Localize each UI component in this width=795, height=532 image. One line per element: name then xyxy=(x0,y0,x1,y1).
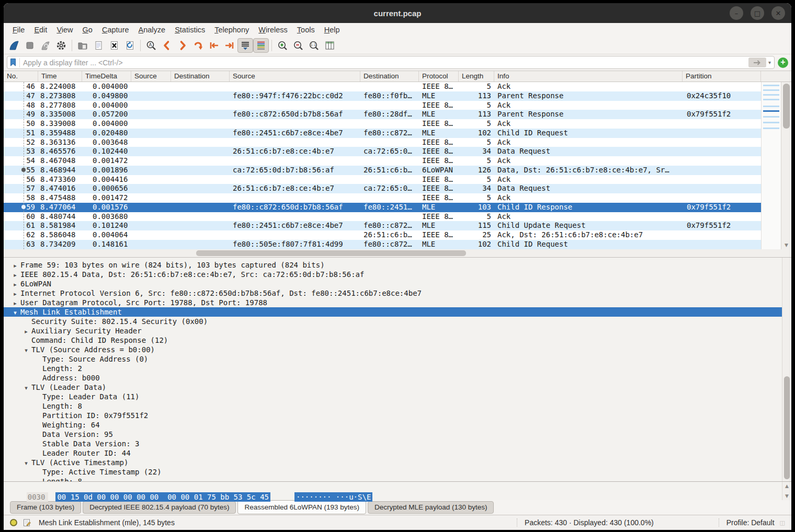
find-packet-icon[interactable]: A xyxy=(143,38,159,53)
menu-tools[interactable]: Tools xyxy=(292,24,320,36)
detail-line[interactable]: ▾TLV (Active Timestamp) xyxy=(4,458,791,467)
menu-capture[interactable]: Capture xyxy=(97,24,134,36)
detail-line[interactable]: ▸6LoWPAN xyxy=(4,279,791,288)
hex-ascii-selected[interactable]: ········ ···u·S\E xyxy=(294,492,372,502)
stop-capture-icon[interactable] xyxy=(22,38,38,53)
go-last-icon[interactable] xyxy=(222,38,237,53)
expanded-arrow-icon[interactable]: ▾ xyxy=(21,459,31,468)
expanded-arrow-icon[interactable]: ▾ xyxy=(10,308,20,318)
hex-bytes-selected[interactable]: 00 15 0d 00 00 00 00 00 00 00 01 75 bb 5… xyxy=(55,492,270,502)
scroll-down-icon[interactable]: ▼ xyxy=(781,242,791,248)
packet-row-55[interactable]: 558.4689440.001896ca:72:65:0d:b7:b8:56:a… xyxy=(4,166,791,175)
packet-row-58[interactable]: 588.4754880.001472IEEE 8…5Ack xyxy=(4,193,791,203)
detail-line[interactable]: Type: Active Timestamp (22) xyxy=(4,467,791,477)
restart-capture-icon[interactable] xyxy=(38,38,53,53)
column-header-partition[interactable]: Partition xyxy=(683,71,761,82)
column-header-dst2[interactable]: Destination xyxy=(360,71,419,82)
packet-list-hscrollbar[interactable] xyxy=(4,249,791,258)
detail-line[interactable]: Type: Source Address (0) xyxy=(4,354,791,364)
expanded-arrow-icon[interactable]: ▾ xyxy=(21,384,31,393)
profile-label[interactable]: Profile: Default xyxy=(726,518,775,527)
detail-line[interactable]: ▸Internet Protocol Version 6, Src: fe80:… xyxy=(4,288,791,298)
menu-help[interactable]: Help xyxy=(320,24,345,36)
detail-line[interactable]: Length: 2 xyxy=(4,364,791,373)
packet-row-61[interactable]: 618.5819840.101240fe80::2451:c6b7:e8ce:4… xyxy=(4,221,791,230)
zoom-original-icon[interactable]: 1:1 xyxy=(306,38,322,53)
packet-row-52[interactable]: 528.3631360.003648IEEE 8…5Ack xyxy=(4,138,791,147)
packet-row-56[interactable]: 568.4733600.004416IEEE 8…5Ack xyxy=(4,175,791,184)
filter-dropdown-icon[interactable]: ▾ xyxy=(768,60,771,65)
packet-row-46[interactable]: 468.2240080.004000IEEE 8…5Ack xyxy=(4,82,791,91)
detail-line[interactable]: Length: 8 xyxy=(4,477,791,481)
detail-line[interactable]: ▸Auxiliary Security Header xyxy=(4,326,791,336)
detail-line[interactable]: Address: b000 xyxy=(4,373,791,383)
packet-list-vscrollbar[interactable]: ▲ ▼ xyxy=(781,82,791,249)
byte-tab[interactable]: Decrypted MLE payload (130 bytes) xyxy=(368,501,494,514)
detail-line[interactable]: Partition ID: 0x79f551f2 xyxy=(4,411,791,420)
column-header-time[interactable]: Time xyxy=(38,71,82,82)
capture-comment-icon[interactable] xyxy=(22,518,31,527)
capture-status-icon[interactable] xyxy=(10,519,17,526)
detail-line[interactable]: Security Suite: 802.15.4 Security (0x00) xyxy=(4,317,791,326)
packet-row-54[interactable]: 548.4670480.001472IEEE 8…5Ack xyxy=(4,156,791,166)
save-file-icon[interactable] xyxy=(90,38,106,53)
go-first-icon[interactable] xyxy=(206,38,222,53)
auto-scroll-icon[interactable] xyxy=(237,38,253,53)
detail-line[interactable]: ▸IEEE 802.15.4 Data, Dst: 26:51:c6:b7:e8… xyxy=(4,270,791,279)
column-header-delta[interactable]: TimeDelta xyxy=(82,71,131,82)
intelligent-scrollbar-map[interactable] xyxy=(761,82,781,249)
detail-vscroll-thumb[interactable] xyxy=(784,376,790,479)
scroll-up-icon[interactable]: ▲ xyxy=(782,483,791,489)
detail-line[interactable]: Leader Router ID: 44 xyxy=(4,448,791,458)
display-filter-input[interactable]: Apply a display filter ... <Ctrl-/> ▾ xyxy=(7,56,775,69)
packet-row-57[interactable]: 578.4740160.00065626:51:c6:b7:e8:ce:4b:e… xyxy=(4,184,791,193)
reload-file-icon[interactable] xyxy=(122,38,138,53)
column-header-protocol[interactable]: Protocol xyxy=(419,71,459,82)
go-to-packet-icon[interactable] xyxy=(190,38,206,53)
menu-go[interactable]: Go xyxy=(78,24,97,36)
detail-vscrollbar[interactable] xyxy=(782,258,791,481)
column-header-info[interactable]: Info xyxy=(494,71,683,82)
scroll-down-icon[interactable]: ▼ xyxy=(782,493,791,499)
byte-tab[interactable]: Reassembled 6LoWPAN (193 bytes) xyxy=(237,500,366,514)
packet-row-63[interactable]: 638.7342090.148161fe80::505e:f807:7f81:4… xyxy=(4,240,791,249)
start-capture-icon[interactable] xyxy=(6,38,22,53)
packet-list-vscroll-thumb[interactable] xyxy=(783,84,790,129)
menu-file[interactable]: File xyxy=(8,24,29,36)
detail-line[interactable]: Data Version: 95 xyxy=(4,430,791,439)
packet-row-50[interactable]: 508.3390080.004000IEEE 8…5Ack xyxy=(4,119,791,129)
resize-columns-icon[interactable] xyxy=(322,38,337,53)
close-file-icon[interactable] xyxy=(106,38,122,53)
packet-row-48[interactable]: 488.2778080.004000IEEE 8…5Ack xyxy=(4,101,791,110)
detail-line[interactable]: ▾Mesh Link Establishment xyxy=(4,307,791,317)
menu-analyze[interactable]: Analyze xyxy=(134,24,171,36)
expanded-arrow-icon[interactable]: ▾ xyxy=(21,346,31,355)
filter-bookmark-icon[interactable] xyxy=(9,58,17,67)
packet-row-59[interactable]: 598.4770640.001576fe80::c872:650d:b7b8:5… xyxy=(4,203,791,212)
add-filter-button-icon[interactable]: + xyxy=(778,57,788,68)
colorize-icon[interactable] xyxy=(253,38,269,53)
detail-line[interactable]: Length: 8 xyxy=(4,401,791,411)
packet-row-53[interactable]: 538.4655760.10244026:51:c6:b7:e8:ce:4b:e… xyxy=(4,147,791,156)
detail-line[interactable]: Command: Child ID Response (12) xyxy=(4,336,791,345)
menu-statistics[interactable]: Statistics xyxy=(170,24,210,36)
detail-line[interactable]: Stable Data Version: 3 xyxy=(4,439,791,448)
menu-edit[interactable]: Edit xyxy=(29,24,52,36)
column-header-src1[interactable]: Source xyxy=(131,71,171,82)
go-forward-icon[interactable] xyxy=(175,38,190,53)
detail-line[interactable]: ▸Frame 59: 103 bytes on wire (824 bits),… xyxy=(4,260,791,270)
zoom-out-icon[interactable] xyxy=(290,38,306,53)
menu-view[interactable]: View xyxy=(52,24,77,36)
detail-line[interactable]: ▾TLV (Source Address = b0:00) xyxy=(4,345,791,354)
column-header-src2[interactable]: Source xyxy=(230,71,360,82)
packet-list-hscroll-thumb[interactable] xyxy=(196,250,466,256)
bytes-vscrollbar[interactable]: ▲ ▼ xyxy=(782,482,791,500)
zoom-in-icon[interactable] xyxy=(275,38,290,53)
packet-row-62[interactable]: 628.5860480.00406426:51:c6:b…IEEE 8…25Ac… xyxy=(4,230,791,240)
byte-tab[interactable]: Decrypted IEEE 802.15.4 payload (70 byte… xyxy=(83,501,236,514)
packet-row-49[interactable]: 498.3350080.057200fe80::c872:650d:b7b8:5… xyxy=(4,110,791,119)
column-header-dst1[interactable]: Destination xyxy=(171,71,230,82)
apply-filter-icon[interactable] xyxy=(748,57,766,67)
column-header-length[interactable]: Length xyxy=(459,71,494,82)
close-icon[interactable]: ✕ xyxy=(771,6,785,20)
